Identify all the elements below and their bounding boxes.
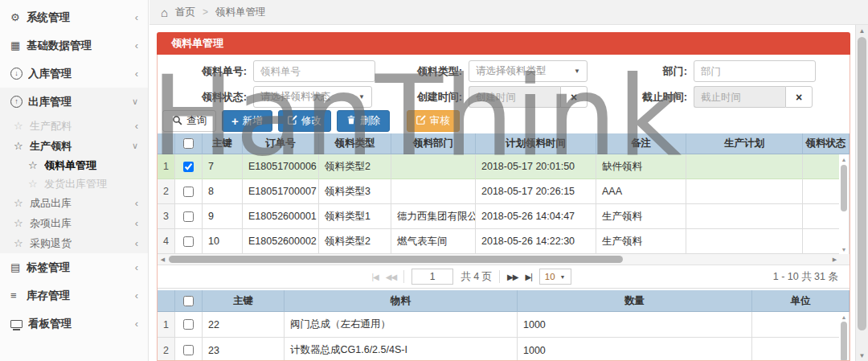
end-time-input[interactable]: [694, 86, 785, 108]
sidebar-item[interactable]: ☆杂项出库‹: [0, 213, 148, 233]
table-row[interactable]: 28E18051700007领料类型32018-05-17 20:26:15AA…: [158, 179, 850, 204]
cell: 阀门总成（左右通用）: [285, 312, 518, 338]
scrollbar-thumb[interactable]: [858, 37, 866, 330]
main-table-vertical-scrollbar[interactable]: ▲ ▼: [839, 154, 849, 254]
end-time-clear-button[interactable]: ×: [785, 86, 813, 108]
row-checkbox[interactable]: [183, 187, 194, 197]
chevron-left-icon: ‹: [135, 290, 138, 301]
first-page-button[interactable]: |◀: [371, 273, 378, 281]
row-checkbox[interactable]: [183, 345, 194, 355]
sidebar-item[interactable]: ☆成品出库‹: [0, 193, 148, 213]
audit-button[interactable]: 审核: [407, 110, 460, 132]
scroll-down-icon[interactable]: ▼: [839, 245, 849, 253]
scrollbar-thumb[interactable]: [841, 322, 847, 361]
pick-status-label: 领料状态:: [162, 90, 253, 105]
edit-icon: [416, 115, 426, 127]
last-page-button[interactable]: ▶|: [525, 273, 531, 281]
cell: 2018-05-26 14:22:30: [476, 229, 596, 254]
table-row[interactable]: 17E18051700006领料类型22018-05-17 20:01:50缺件…: [158, 154, 850, 179]
pick-order-no-label: 领料单号:: [162, 64, 253, 79]
cell: 9: [203, 204, 243, 229]
sidebar-item[interactable]: 看板管理‹: [0, 310, 148, 338]
pager: |◀ ◀◀ 共 4 页 ▶▶ ▶| 10 ▼ 1 - 10 共 31 条: [158, 265, 850, 289]
row-checkbox-cell: [175, 154, 203, 179]
sidebar-item[interactable]: ▦基础数据管理‹: [0, 31, 148, 59]
table-row[interactable]: 410E18052600002领料类型2燃气表车间2018-05-26 14:2…: [158, 229, 850, 254]
row-checkbox[interactable]: [183, 211, 194, 222]
scroll-up-icon[interactable]: ▲: [839, 313, 849, 321]
edit-button[interactable]: 修改: [278, 110, 331, 132]
table-body: 122阀门总成（左右通用）1000223计数器总成CG1.6/2.5/4S-I1…: [158, 312, 850, 361]
trash-icon: [346, 115, 356, 127]
table-row[interactable]: 122阀门总成（左右通用）1000: [158, 312, 850, 338]
star-icon: ☆: [14, 217, 30, 229]
scrollbar-thumb[interactable]: [841, 165, 847, 211]
cell: 2018-05-17 20:26:15: [476, 179, 596, 204]
prev-page-button[interactable]: ◀◀: [386, 273, 396, 281]
sidebar-item[interactable]: ⚙系统管理‹: [0, 3, 148, 31]
home-icon: ⌂: [161, 6, 168, 18]
sidebar-item[interactable]: ▤标签管理‹: [0, 253, 148, 281]
cell: E18051700007: [243, 179, 319, 204]
sidebar-item[interactable]: ≡库存管理‹: [0, 281, 148, 310]
scroll-right-icon[interactable]: ▶: [829, 254, 840, 265]
field-department: 部门:: [603, 60, 845, 82]
page-size-select[interactable]: 10 ▼: [539, 269, 571, 285]
sidebar-item[interactable]: ☆发货出库管理: [0, 174, 148, 193]
sidebar-item[interactable]: ↓入库管理‹: [0, 59, 148, 88]
pick-status-selected-value: 请选择领料状态: [260, 90, 331, 104]
pick-order-no-input[interactable]: [253, 60, 375, 82]
sidebar-item[interactable]: ☆生产配料‹: [0, 116, 148, 136]
cell: E18052600002: [243, 229, 319, 254]
create-time-input[interactable]: [469, 86, 560, 108]
create-time-clear-button[interactable]: ×: [560, 86, 588, 108]
add-button[interactable]: + 新增: [222, 110, 272, 132]
row-checkbox[interactable]: [183, 319, 194, 330]
page-input[interactable]: [411, 269, 453, 285]
sidebar-item[interactable]: ☆生产领料∨: [0, 136, 148, 156]
page-scrollbar[interactable]: ▲ ▼: [855, 25, 868, 361]
scroll-down-icon[interactable]: ▼: [856, 350, 868, 361]
scroll-up-icon[interactable]: ▲: [856, 25, 868, 36]
next-page-button[interactable]: ▶▶: [507, 273, 518, 281]
breadcrumb-home[interactable]: 首页: [175, 6, 195, 19]
scroll-up-icon[interactable]: ▲: [839, 155, 849, 163]
scrollbar-thumb[interactable]: [169, 256, 623, 263]
chevron-left-icon: ‹: [135, 218, 138, 228]
sidebar-item-label: 成品出库: [30, 196, 135, 211]
panel-title: 领料单管理: [157, 32, 850, 55]
row-checkbox-cell: [175, 229, 203, 254]
table-row[interactable]: 39E18052600001领料类型1德力西集团有限公司2018-05-26 1…: [158, 204, 850, 229]
cell: 领料类型2: [319, 229, 391, 254]
pick-type-selected-value: 请选择领料类型: [476, 64, 547, 78]
pick-type-select[interactable]: 请选择领料类型▼: [469, 60, 588, 82]
select-all-checkbox[interactable]: [183, 138, 194, 149]
breadcrumb-separator: >: [203, 6, 208, 18]
star-icon: ☆: [14, 120, 30, 132]
header-cell: 生产计划: [686, 133, 803, 154]
chevron-down-icon: ∨: [132, 97, 138, 106]
sidebar-item[interactable]: ↑出库管理∨: [0, 88, 148, 116]
sidebar-item[interactable]: ☆领料单管理: [0, 156, 148, 174]
detail-table-vertical-scrollbar[interactable]: ▲: [839, 312, 849, 361]
row-checkbox[interactable]: [183, 236, 194, 247]
cell: 10: [203, 229, 243, 254]
cell: AAA: [596, 179, 686, 204]
breadcrumb-current: 领料单管理: [215, 6, 266, 19]
main-content: ⌂ 首页 > 领料单管理 领料单管理 领料单号:领料类型:请选择领料类型▼部门:…: [149, 0, 868, 361]
cell: 领料类型1: [319, 204, 391, 229]
row-checkbox-cell: [175, 179, 203, 204]
pager-controls: |◀ ◀◀ 共 4 页 ▶▶ ▶| 10 ▼: [371, 269, 571, 285]
pick-status-select[interactable]: 请选择领料状态▼: [253, 86, 372, 108]
department-input[interactable]: [694, 60, 816, 82]
dropdown-caret-icon: ▼: [358, 93, 365, 101]
audit-button-label: 审核: [430, 116, 450, 126]
select-all-checkbox[interactable]: [183, 296, 194, 306]
table-row[interactable]: 223计数器总成CG1.6/2.5/4S-I1000: [158, 338, 850, 361]
delete-button[interactable]: 删除: [337, 110, 390, 132]
query-button[interactable]: 查询: [162, 110, 216, 132]
scroll-left-icon[interactable]: ◀: [158, 254, 168, 265]
sidebar-item[interactable]: ☆采购退货‹: [0, 233, 148, 253]
row-checkbox[interactable]: [183, 162, 194, 172]
main-table-horizontal-scrollbar[interactable]: ◀ ▶: [158, 254, 850, 265]
